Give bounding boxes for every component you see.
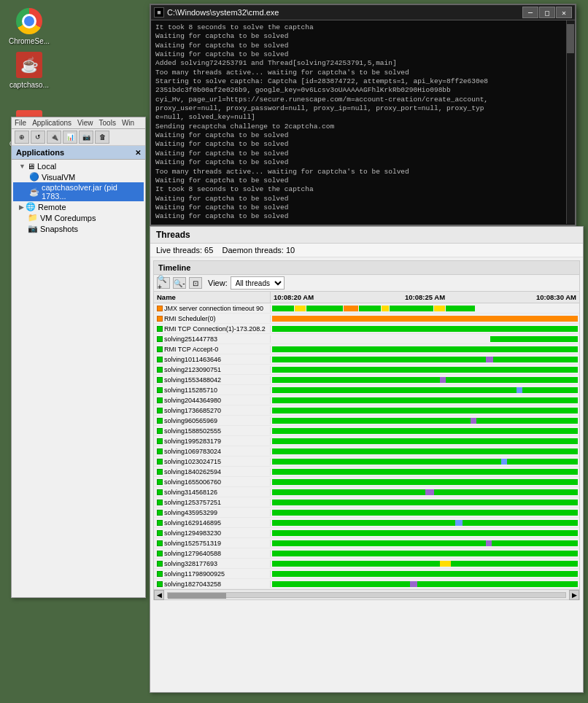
scroll-left-button[interactable]: ◀ [154,590,164,600]
thread-icon-rmi-accept [157,346,163,352]
thread-row-solving5[interactable]: solving115285710 [154,385,579,395]
cmd-minimize-button[interactable]: ─ [522,7,538,18]
threads-panel: Threads Live threads: 65 Daemon threads:… [150,226,584,693]
thread-timeline-solving6 [271,395,579,405]
horizontal-scrollbar[interactable]: ◀ ▶ [154,589,579,599]
thread-row-solving19[interactable]: solving1294983230 [154,528,579,538]
thread-row-solving24[interactable]: solving1827043258 [154,579,579,589]
thread-row-rmi-tcp[interactable]: RMI TCP Connection(1)-173.208.2 [154,324,579,334]
thread-row-solving23[interactable]: solving11798900925 [154,569,579,579]
menu-tools[interactable]: Tools [99,119,116,127]
timeline-section: Timeline 🔍+ 🔍- ⊡ View: All threads Name … [153,260,580,600]
thread-name-solving5: solving115285710 [154,387,271,394]
zoom-fit-button[interactable]: ⊡ [189,277,202,289]
col-name-header: Name [154,292,271,303]
tree-item-coredumps[interactable]: 📁 VM Coredumps [13,212,144,223]
applications-tree: ▼ 🖥 Local 🔵 VisualVM ☕ captchasolver.jar… [12,160,145,578]
cmd-line-4: Waiting for captcha to be solved [155,50,563,59]
zoom-out-button[interactable]: 🔍- [173,277,186,289]
thread-timeline-rmi-tcp [271,324,579,333]
captchasolver-icon: ☕ [29,187,39,197]
tree-arrow-remote: ▶ [19,203,24,211]
thread-row-solving3[interactable]: solving2123090751 [154,365,579,375]
thread-row-solving6[interactable]: solving2044364980 [154,395,579,405]
zoom-in-button[interactable]: 🔍+ [157,277,170,289]
horiz-scroll-track[interactable] [167,592,566,598]
cmd-line-18: Waiting for captcha to be solved [155,176,563,185]
thread-row-solving13[interactable]: solving1840262594 [154,467,579,477]
thread-name-solving6: solving2044364980 [154,397,271,404]
thread-row-solving4[interactable]: solving1553488042 [154,375,579,385]
cmd-line-8: 2351bdc3f0b00af2e026b9, google_key=0v6Lc… [155,86,563,95]
thread-row-solving8[interactable]: solving960565969 [154,416,579,426]
thread-timeline-solving8 [271,416,579,425]
cmd-line-20: Waiting for captcha to be solved [155,195,563,203]
tree-item-captchasolver[interactable]: ☕ captchasolver.jar (pid 1783... [13,182,144,201]
thread-name-solving20: solving1525751319 [154,540,271,547]
thread-row-solving14[interactable]: solving1655006760 [154,477,579,487]
thread-icon-solving12 [157,459,163,465]
cmd-scroll-thumb[interactable] [567,24,574,53]
tree-item-local[interactable]: ▼ 🖥 Local [13,161,144,171]
toolbar-btn-2[interactable]: ↺ [31,131,45,144]
tree-item-visualvm[interactable]: 🔵 VisualVM [13,171,144,182]
cmd-line-3: Waiting for captcha to be solved [155,42,563,50]
cmd-scrollbar[interactable] [566,20,575,224]
view-select[interactable]: All threads [231,276,285,290]
thread-name-solving4: solving1553488042 [154,376,271,384]
threads-title: Threads [150,227,583,244]
menu-view[interactable]: View [77,119,93,127]
cmd-title: C:\Windows\system32\cmd.exe [167,8,279,17]
thread-timeline-jmx [271,303,579,313]
thread-row-solving16[interactable]: solving1253757251 [154,497,579,508]
thread-row-solving12[interactable]: solving1023024715 [154,457,579,467]
thread-timeline-solving19 [271,528,579,537]
cmd-line-10: proxy_user=null, proxy_password=null, pr… [155,104,563,113]
thread-row-solving7[interactable]: solving1736685270 [154,405,579,416]
thread-row-jmx[interactable]: JMX server connection timeout 90 [154,303,579,314]
thread-row-rmi-accept[interactable]: RMI TCP Accept-0 [154,344,579,354]
cmd-line-2: Waiting for captcha to be solved [155,32,563,41]
horiz-scroll-thumb[interactable] [168,593,226,599]
toolbar-btn-6[interactable]: 🗑 [95,131,109,144]
thread-row-rmi-scheduler[interactable]: RMI Scheduler(0) [154,314,579,324]
thread-row-solving22[interactable]: solving328177693 [154,559,579,569]
toolbar-btn-3[interactable]: 🔌 [47,131,61,144]
thread-row-solving18[interactable]: solving1629146895 [154,518,579,528]
thread-row-solving1[interactable]: solving251447783 [154,334,579,344]
thread-row-solving21[interactable]: solving1279640588 [154,548,579,559]
visualvm-label: VisualVM [42,173,75,182]
toolbar-btn-5[interactable]: 📷 [79,131,93,144]
toolbar-btn-4[interactable]: 📊 [63,131,77,144]
thread-icon-solving16 [157,500,163,505]
thread-row-solving15[interactable]: solving314568126 [154,487,579,497]
cmd-maximize-button[interactable]: □ [539,7,555,18]
daemon-threads-value: 10 [286,246,295,255]
thread-icon-solving22 [157,561,163,567]
menu-applications[interactable]: Applications [32,119,71,127]
coredumps-label: VM Coredumps [40,214,96,222]
thread-name-solving15: solving314568126 [154,489,271,496]
tree-item-remote[interactable]: ▶ 🌐 Remote [13,201,144,212]
thread-row-solving2[interactable]: solving10114636​46 [154,354,579,365]
thread-timeline-solving16 [271,497,579,507]
thread-row-solving9[interactable]: solving1588502555 [154,426,579,436]
applications-close-button[interactable]: ✕ [135,149,141,157]
thread-name-jmx: JMX server connection timeout 90 [154,305,271,312]
thread-row-solving11[interactable]: solving1069783024 [154,446,579,457]
thread-icon-solving4 [157,377,163,383]
thread-row-solving17[interactable]: solving435953299 [154,508,579,518]
cmd-line-15: Waiting for captcha to be solved [155,149,563,158]
java-desktop-icon[interactable]: ☕ captchaso... [4,47,55,92]
menu-file[interactable]: File [15,119,26,127]
tree-item-snapshots[interactable]: 📷 Snapshots [13,223,144,234]
toolbar-btn-1[interactable]: ⊕ [15,131,29,144]
menu-window[interactable]: Win [122,119,134,127]
thread-row-solving10[interactable]: solving1995283179 [154,436,579,446]
cmd-close-button[interactable]: ✕ [556,7,572,18]
scroll-right-button[interactable]: ▶ [569,590,579,600]
thread-row-solving20[interactable]: solving1525751319 [154,538,579,548]
thread-timeline-solving18 [271,518,579,527]
chrome-desktop-icon[interactable]: ChromeSe... [4,4,55,48]
timeline-toolbar: 🔍+ 🔍- ⊡ View: All threads [154,275,579,292]
